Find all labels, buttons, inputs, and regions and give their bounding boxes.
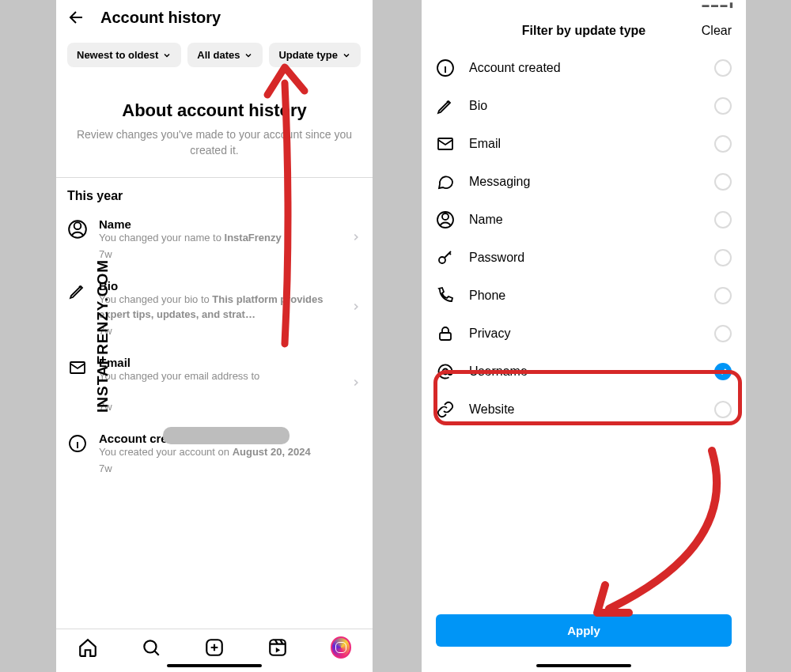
status-bar: ▬ ▬ ▬ ▮ [422,0,746,9]
header: Account history [56,0,373,35]
radio-icon [714,97,732,115]
about-section: About account history Review changes you… [56,75,373,177]
option-label: Messaging [469,175,700,189]
item-time: 7w [99,248,339,260]
option-label: Phone [469,289,700,303]
option-label: Account created [469,61,700,75]
filter-dates[interactable]: All dates [187,43,263,67]
about-title: About account history [74,100,355,121]
page-title: Account history [100,9,221,27]
item-title: Bio [99,279,339,293]
svg-point-0 [74,223,81,230]
info-icon [67,433,88,454]
screen-filter-type: ▬ ▬ ▬ ▮ Filter by update type Clear Acco… [422,0,746,672]
redaction-scribble [163,427,290,444]
filter-title: Filter by update type [522,24,645,38]
radio-icon [714,211,732,228]
clear-button[interactable]: Clear [702,24,732,38]
phone-icon [436,286,455,305]
about-subtitle: Review changes you've made to your accou… [74,127,355,158]
item-time: 7w [99,462,361,474]
filter-option-privacy[interactable]: Privacy [436,315,732,353]
item-desc: You changed your bio to This platform pr… [99,293,339,321]
person-icon [436,210,455,229]
filter-option-messaging[interactable]: Messaging [436,163,732,201]
apply-button[interactable]: Apply [436,614,732,647]
item-desc: You changed your name to InstaFrenzy [99,231,339,245]
option-label: Privacy [469,327,700,341]
filter-sort-label: Newest to oldest [77,49,158,61]
key-icon [436,248,455,267]
back-arrow-icon[interactable] [67,8,86,27]
chevron-down-icon [342,51,351,60]
option-label: Email [469,137,700,151]
filter-option-bio[interactable]: Bio [436,87,732,125]
lock-icon [436,324,455,343]
chevron-down-icon [162,51,172,60]
item-title: Email [99,356,339,369]
item-desc: You changed your email address to [99,369,339,383]
option-label: Name [469,213,700,227]
watermark: INSTAFRENZY.COM [94,259,112,413]
filter-bar: Newest to oldest All dates Update type [56,35,373,75]
filter-type-label: Update type [278,49,337,61]
filter-option-email[interactable]: Email [436,125,732,163]
option-label: Password [469,251,700,265]
filter-update-type[interactable]: Update type [269,43,360,67]
radio-icon [714,249,732,266]
filter-option-name[interactable]: Name [436,201,732,239]
person-icon [67,219,88,240]
radio-icon [714,59,732,77]
svg-point-4 [144,640,156,652]
search-icon[interactable] [141,637,161,658]
radio-icon [714,173,732,191]
filter-sort[interactable]: Newest to oldest [67,43,181,67]
section-label: This year [56,178,373,208]
chevron-down-icon [244,51,253,60]
chevron-right-icon [350,301,361,315]
filter-header: Filter by update type Clear [422,9,746,49]
filter-option-password[interactable]: Password [436,239,732,277]
radio-icon [714,135,732,153]
home-indicator [167,664,262,667]
bottom-nav [56,629,373,661]
item-time: 7w [99,325,339,337]
item-title: Name [99,217,339,231]
svg-point-11 [439,257,445,263]
filter-option-phone[interactable]: Phone [436,277,732,315]
svg-rect-6 [270,640,286,655]
svg-rect-12 [440,333,451,340]
filter-option-account-created[interactable]: Account created [436,49,732,87]
chevron-right-icon [350,377,361,391]
mail-icon [436,134,455,153]
filter-dates-label: All dates [197,49,240,61]
home-indicator [536,664,631,667]
svg-point-9 [442,213,448,220]
annotation-highlight-username [433,370,742,425]
radio-icon [714,287,732,304]
radio-icon [714,325,732,342]
info-icon [436,59,455,77]
home-icon[interactable] [78,637,98,658]
new-post-icon[interactable] [204,637,225,658]
pencil-icon [436,96,455,115]
mail-icon [67,357,88,378]
chevron-right-icon [350,232,361,246]
chat-icon [436,172,455,191]
pencil-icon [67,281,88,301]
profile-icon[interactable] [331,637,351,658]
item-time: 7w [99,401,339,413]
option-label: Bio [469,99,700,113]
item-desc: You created your account on August 20, 2… [99,445,361,459]
reels-icon[interactable] [267,637,288,658]
